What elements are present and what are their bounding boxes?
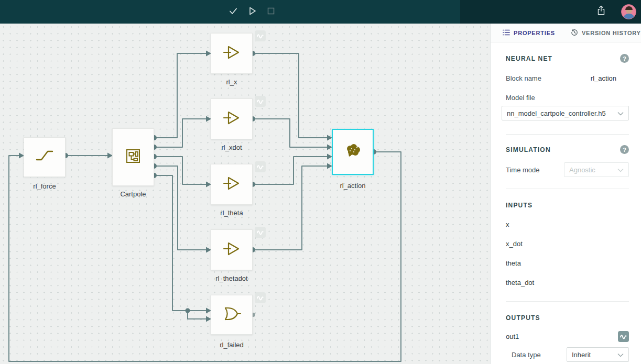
waveform-badge[interactable] (255, 292, 266, 303)
chevron-down-icon (617, 165, 624, 174)
help-circle-icon[interactable]: ? (620, 145, 629, 154)
input-port-item: theta (506, 259, 629, 267)
section-title-neural-net: NEURAL NET (506, 55, 552, 62)
time-mode-dropdown: Agnostic (564, 162, 629, 177)
model-file-label: Model file (506, 94, 629, 102)
submodel-icon (123, 146, 144, 169)
section-divider (506, 301, 629, 302)
check-button[interactable] (226, 5, 240, 18)
stop-icon (266, 6, 276, 18)
wire-junction-dot (186, 308, 190, 313)
gain-icon (221, 42, 242, 65)
top-toolbar-right-section (460, 0, 641, 24)
gain-icon (221, 238, 242, 261)
section-divider (506, 189, 629, 189)
wire-rl_xdot-to-action[interactable] (253, 119, 328, 147)
node-label: rl_thetadot (190, 274, 274, 282)
history-clock-icon (571, 29, 578, 37)
panel-tabs: PROPERTIES VERSION HISTORY (491, 24, 641, 42)
model-canvas[interactable]: rl_force Cartpole rl_x (0, 24, 490, 364)
stop-button[interactable] (264, 5, 278, 18)
node-rl_thetadot[interactable] (211, 229, 253, 270)
input-port-item: theta_dot (506, 279, 629, 286)
node-rl_force[interactable] (24, 137, 66, 177)
node-rl_action[interactable] (332, 129, 374, 175)
input-port-item: x (506, 220, 629, 228)
share-icon (595, 5, 607, 18)
node-rl_xdot[interactable] (211, 98, 253, 139)
wire-cartpole-to-rl_failed-2[interactable] (188, 311, 207, 319)
gain-icon (221, 173, 242, 196)
node-label: rl_force (3, 182, 86, 190)
node-label: Cartpole (91, 190, 175, 198)
input-port-item: x_dot (506, 240, 629, 248)
node-Cartpole[interactable] (112, 128, 154, 186)
chevron-down-icon (617, 108, 624, 118)
top-toolbar (0, 0, 641, 24)
wire-cartpole-to-rl_x[interactable] (154, 53, 207, 138)
tab-version-history[interactable]: VERSION HISTORY (571, 29, 641, 37)
wire-cartpole-to-rl_xdot[interactable] (154, 119, 207, 147)
node-label: rl_x (190, 78, 274, 86)
help-circle-icon[interactable]: ? (620, 54, 629, 63)
time-mode-label: Time mode (506, 166, 540, 174)
section-title-inputs: INPUTS (506, 202, 629, 209)
node-label: rl_action (311, 182, 395, 190)
waveform-icon[interactable] (618, 331, 629, 342)
node-rl_theta[interactable] (211, 164, 253, 205)
data-type-label: Data type (512, 351, 541, 359)
run-button[interactable] (245, 5, 259, 18)
wire-cartpole-to-rl_thetadot[interactable] (154, 166, 207, 250)
app-window: rl_force Cartpole rl_x (0, 0, 641, 364)
user-avatar[interactable] (621, 4, 636, 19)
section-divider (506, 134, 629, 135)
node-rl_x[interactable] (211, 33, 253, 74)
properties-panel: PROPERTIES VERSION HISTORY NEURAL NET ? … (490, 24, 641, 364)
section-title-outputs: OUTPUTS (506, 314, 629, 322)
share-button[interactable] (594, 4, 608, 18)
or-gate-icon (220, 303, 243, 326)
brain-icon (344, 143, 362, 161)
node-rl_failed[interactable] (211, 295, 253, 335)
node-label: rl_failed (190, 341, 274, 349)
check-icon (228, 6, 238, 18)
waveform-badge[interactable] (255, 96, 266, 107)
waveform-badge[interactable] (255, 227, 266, 238)
waveform-badge[interactable] (255, 30, 266, 41)
gain-icon (221, 107, 242, 130)
section-title-simulation: SIMULATION (506, 146, 551, 153)
tab-properties[interactable]: PROPERTIES (503, 29, 555, 37)
node-label: rl_theta (190, 209, 274, 217)
play-icon (247, 6, 257, 18)
chevron-down-icon (617, 350, 624, 359)
ramp-icon (34, 146, 55, 169)
wire-cartpole-to-rl_theta[interactable] (154, 157, 207, 184)
block-name-label: Block name (506, 74, 541, 82)
data-type-dropdown[interactable]: Inherit (567, 347, 629, 362)
model-file-dropdown[interactable]: nn_model_cartpole_controller.h5 (502, 106, 629, 120)
block-name-value: rl_action (591, 74, 616, 82)
properties-list-icon (503, 29, 510, 37)
output-port-item: out1 (506, 333, 519, 340)
waveform-badge[interactable] (255, 161, 266, 172)
node-label: rl_xdot (190, 144, 274, 151)
